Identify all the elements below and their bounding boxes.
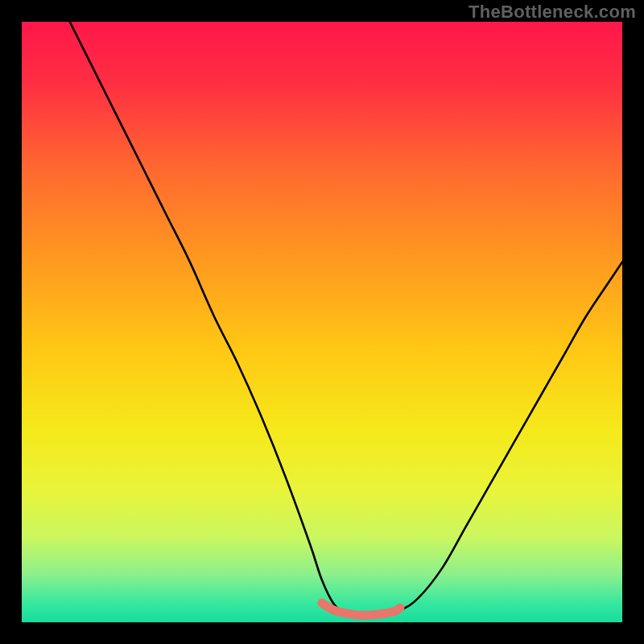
watermark-text: TheBottleneck.com (469, 2, 636, 23)
bottleneck-curve-chart (22, 22, 622, 622)
chart-frame: TheBottleneck.com (0, 0, 644, 644)
plot-area (22, 22, 622, 622)
gradient-background (22, 22, 622, 622)
